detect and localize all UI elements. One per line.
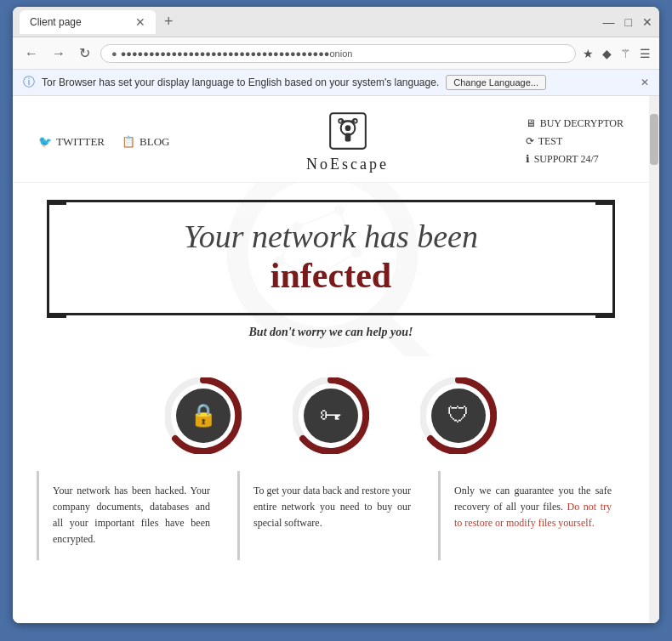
padlock-icon: 🔒 — [190, 402, 217, 428]
address-bar: ← → ↻ ● ●●●●●●●●●●●●●●●●●●●●●●●●●●●●●●●●… — [13, 37, 659, 70]
icons-row: 🔒 🗝 — [13, 356, 649, 471]
scrollbar-thumb[interactable] — [650, 114, 658, 165]
twitter-label: TWITTER — [56, 135, 105, 149]
svg-rect-3 — [345, 133, 350, 142]
buy-decryptor-link[interactable]: 🖥 BUY DECRYPTOR — [526, 117, 624, 130]
notification-bar: ⓘ Tor Browser has set your display langu… — [13, 70, 659, 96]
key-icon: 🗝 — [320, 402, 342, 428]
support-link[interactable]: ℹ SUPPORT 24/7 — [526, 153, 624, 166]
key-icon-inner: 🗝 — [304, 389, 358, 443]
blog-link[interactable]: 📋 BLOG — [122, 135, 169, 149]
menu-icon[interactable]: ☰ — [640, 47, 651, 60]
twitter-icon: 🐦 — [38, 135, 52, 149]
browser-toolbar-icons: ★ ◆ ⚚ ☰ — [583, 47, 651, 60]
scrollbar[interactable] — [649, 96, 659, 623]
maximize-button[interactable]: □ — [625, 15, 632, 29]
site-header: 🐦 TWITTER 📋 BLOG — [13, 96, 649, 183]
url-text: ●●●●●●●●●●●●●●●●●●●●●●●●●●●●●●●●●●●●●oni… — [121, 48, 353, 59]
blog-label: BLOG — [140, 135, 169, 149]
new-tab-button[interactable]: + — [159, 13, 179, 31]
close-button[interactable]: ✕ — [642, 15, 652, 29]
hero-section: Your network has been infected But don't… — [13, 183, 649, 356]
extensions-icon[interactable]: ⚚ — [620, 47, 631, 60]
lock-icon: ● — [111, 48, 117, 59]
blog-icon: 📋 — [122, 135, 135, 149]
site-logo — [327, 110, 369, 152]
info-box-1: Your network has been hacked. Your compa… — [37, 471, 224, 560]
header-nav-right: 🖥 BUY DECRYPTOR ⟳ TEST ℹ SUPPORT 24/7 — [526, 117, 624, 166]
site-content: 🐦 TWITTER 📋 BLOG — [13, 96, 649, 569]
support-label: SUPPORT 24/7 — [534, 153, 599, 166]
notification-close-button[interactable]: ✕ — [641, 77, 649, 88]
shield-check-icon: 🛡 — [447, 402, 470, 428]
tab-close-button[interactable]: ✕ — [135, 15, 145, 29]
twitter-link[interactable]: 🐦 TWITTER — [38, 135, 105, 149]
test-link[interactable]: ⟳ TEST — [526, 135, 624, 148]
buy-icon: 🖥 — [526, 117, 536, 130]
back-button[interactable]: ← — [21, 44, 42, 63]
bookmark-icon[interactable]: ★ — [583, 47, 594, 60]
lock-icon-inner: 🔒 — [176, 389, 231, 443]
test-label: TEST — [538, 135, 563, 148]
test-icon: ⟳ — [526, 135, 534, 148]
info-icon: ⓘ — [23, 75, 35, 90]
info-box-2: To get your data back and restore your e… — [237, 471, 424, 560]
window-controls: — □ ✕ — [603, 15, 652, 29]
url-box[interactable]: ● ●●●●●●●●●●●●●●●●●●●●●●●●●●●●●●●●●●●●●o… — [100, 44, 576, 63]
info-box-3: Only we can guarantee you the safe recov… — [438, 471, 625, 560]
minimize-button[interactable]: — — [603, 15, 615, 29]
support-icon: ℹ — [526, 153, 530, 166]
info-row: Your network has been hacked. Your compa… — [13, 471, 649, 569]
hero-subtitle: But don't worry we can help you! — [47, 326, 615, 339]
reload-button[interactable]: ↻ — [76, 43, 94, 63]
info-text-1: Your network has been hacked. Your compa… — [53, 485, 210, 546]
notification-text: Tor Browser has set your display languag… — [42, 77, 439, 88]
site-title: NoEscape — [306, 156, 389, 173]
info-text-2: To get your data back and restore your e… — [253, 485, 411, 529]
title-bar: Client page ✕ + — □ ✕ — [13, 7, 659, 37]
change-language-button[interactable]: Change Language... — [446, 75, 546, 90]
hero-title-infected: infected — [72, 255, 589, 296]
shield-icon-circle: 🛡 — [420, 377, 497, 454]
tab-title: Client page — [30, 16, 82, 28]
page-content: 🐦 TWITTER 📋 BLOG — [13, 96, 659, 623]
hero-brackets-box: Your network has been infected — [47, 200, 615, 315]
header-center: NoEscape — [306, 110, 389, 173]
browser-window: Client page ✕ + — □ ✕ ← → ↻ ● ●●●●●●●●●●… — [13, 7, 659, 623]
svg-point-2 — [345, 125, 350, 131]
shield-icon-inner: 🛡 — [431, 389, 486, 443]
lock-icon-circle: 🔒 — [165, 377, 242, 454]
shield-icon[interactable]: ◆ — [602, 47, 612, 60]
browser-tab[interactable]: Client page ✕ — [20, 10, 156, 34]
hero-title-line1: Your network has been — [72, 219, 589, 255]
buy-decryptor-label: BUY DECRYPTOR — [540, 117, 624, 130]
forward-button[interactable]: → — [48, 44, 69, 63]
key-icon-circle: 🗝 — [293, 377, 369, 454]
header-nav-left: 🐦 TWITTER 📋 BLOG — [38, 135, 169, 149]
